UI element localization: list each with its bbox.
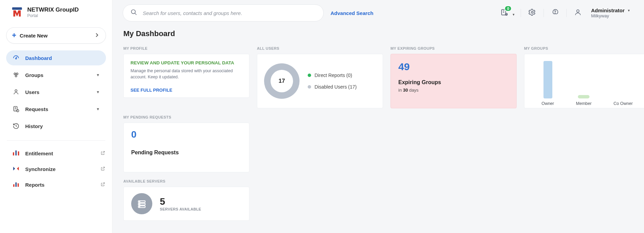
ext-label: Reports [25,182,45,188]
chevron-down-icon: ▼ [96,107,100,111]
nav-label: Requests [25,106,48,112]
dot-icon [308,74,311,77]
svg-point-18 [555,13,555,13]
expiring-groups-card[interactable]: 49 Expiring Groups in 30 days [390,54,517,108]
settings-button[interactable] [528,9,536,17]
section-label-expiring: MY EXPIRING GROUPS [390,46,517,50]
external-link-icon [101,182,105,188]
bar-owner [543,61,552,98]
svg-point-14 [132,10,136,14]
server-icon [131,193,152,214]
ext-item-synchronize[interactable]: Synchronize [0,161,112,177]
svg-point-2 [14,73,16,75]
ext-item-entitlement[interactable]: Entitlement [0,145,112,161]
profile-card-title: REVIEW AND UPDATE YOUR PERSONAL DATA [131,60,242,65]
profile-card-text: Manage the personal data stored with you… [131,68,242,80]
expiring-title: Expiring Groups [398,79,509,86]
user-menu[interactable]: Administrator ▼ Milkyway [591,7,630,18]
search-icon [131,9,137,17]
svg-rect-0 [12,7,22,10]
nav-item-dashboard[interactable]: Dashboard [6,50,106,65]
search-box[interactable] [123,4,324,21]
pending-title: Pending Requests [131,150,242,156]
nav-label: Users [25,89,40,95]
nav-item-groups[interactable]: Groups ▼ [6,67,106,82]
advanced-search-link[interactable]: Advanced Search [331,10,373,16]
nav-item-requests[interactable]: Requests ▼ [6,102,106,117]
topbar: Advanced Search 0 ▼ [112,0,644,26]
gauge-icon [12,55,20,61]
svg-rect-13 [18,183,19,187]
brand: NETWRIX GroupID Portal [0,6,112,25]
my-groups-card[interactable]: Owner Member Co Owner [524,54,644,108]
nav: Dashboard Groups ▼ Users [0,50,112,136]
all-users-card[interactable]: 17 Direct Reports (0) Disabled Users (17… [257,54,383,108]
nav-label: Dashboard [25,55,52,61]
svg-point-23 [139,201,140,202]
divider [7,140,105,141]
create-new-button[interactable]: + Create New [6,27,106,44]
help-button[interactable] [551,9,559,17]
user-org: Milkyway [591,13,609,18]
avatar-icon[interactable] [574,9,582,17]
pending-requests-card[interactable]: 0 Pending Requests [123,123,249,172]
entitlement-icon [12,150,20,157]
separator [521,9,521,17]
section-label-profile: MY PROFILE [123,46,249,50]
synchronize-icon [12,166,20,173]
profile-card: REVIEW AND UPDATE YOUR PERSONAL DATA Man… [123,54,249,98]
create-new-label: Create New [20,33,48,38]
svg-point-19 [577,10,579,12]
brand-logo-icon [11,6,23,18]
ext-item-reports[interactable]: Reports [0,177,112,193]
see-full-profile-link[interactable]: SEE FULL PROFILE [131,88,242,93]
requests-icon [12,106,20,112]
svg-rect-8 [13,152,14,155]
svg-point-5 [15,90,17,92]
page-title: My Dashboard [123,29,630,38]
cart-button[interactable]: 0 ▼ [500,8,513,18]
nav-label: Groups [25,72,43,78]
svg-point-24 [139,204,140,204]
external-link-icon [101,151,105,156]
ext-label: Synchronize [25,166,56,172]
users-total: 17 [279,78,285,84]
sidebar: NETWRIX GroupID Portal + Create New Dash… [0,0,112,233]
bar-label: Co Owner [614,101,633,106]
section-label-mygroups: MY GROUPS [524,46,644,50]
external-link-icon [101,166,105,172]
chevron-down-icon: ▼ [96,90,100,94]
svg-rect-10 [18,151,19,155]
brand-subtitle: Portal [27,13,79,18]
nav-item-users[interactable]: Users ▼ [6,84,106,99]
svg-rect-11 [13,184,15,187]
history-icon [12,123,20,129]
search-input[interactable] [143,10,316,16]
user-name: Administrator [591,7,625,13]
pending-count: 0 [131,129,242,140]
groups-bar-chart: Owner Member Co Owner [531,57,644,106]
expiring-count: 49 [398,61,509,73]
cart-badge: 0 [504,5,512,12]
available-servers-card[interactable]: 5 SERVERS AVAILABLE [123,187,249,221]
nav-item-history[interactable]: History [6,119,106,134]
brand-title: NETWRIX GroupID [27,6,79,13]
separator [566,9,567,17]
bar-label: Member [576,101,592,106]
nav-label: History [25,123,43,129]
section-label-all-users: ALL USERS [257,46,383,50]
separator [543,9,544,17]
svg-rect-9 [15,151,17,156]
expiring-subtext: in 30 days [398,88,509,93]
svg-point-17 [531,11,533,13]
user-icon [12,89,20,95]
svg-rect-12 [15,183,17,187]
svg-point-1 [15,58,16,59]
caret-right-icon [95,32,99,38]
chevron-down-icon: ▼ [627,9,630,12]
ext-label: Entitlement [25,151,53,156]
reports-icon [12,181,20,189]
chevron-down-icon: ▼ [512,13,515,16]
legend-disabled-users: Disabled Users (17) [308,84,357,90]
plus-icon: + [12,31,16,40]
